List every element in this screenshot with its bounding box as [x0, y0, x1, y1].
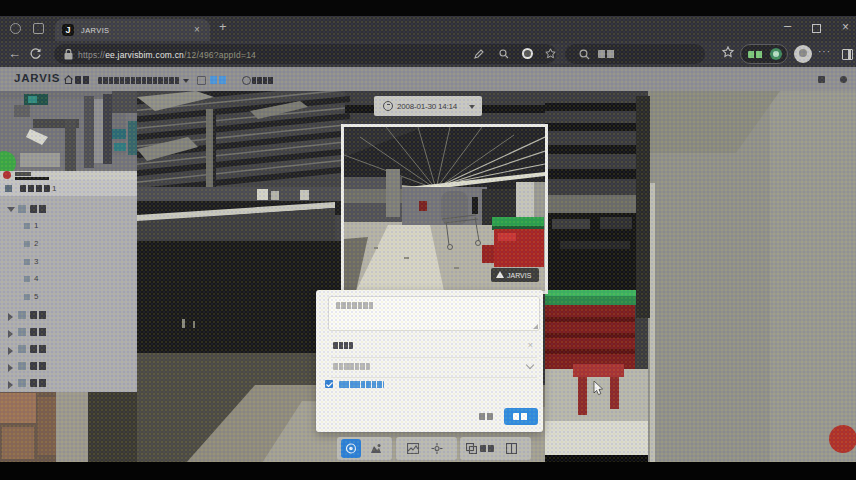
svg-text:JARVIS: JARVIS [507, 272, 532, 279]
